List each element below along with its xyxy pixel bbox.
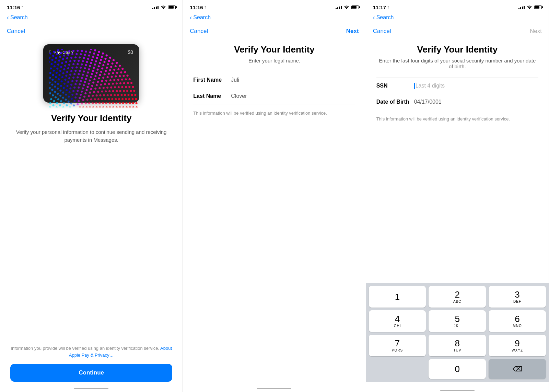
- numpad-key-2[interactable]: 2 ABC: [429, 286, 486, 308]
- svg-point-26: [62, 106, 65, 107]
- svg-point-141: [51, 83, 54, 85]
- svg-point-172: [62, 72, 65, 74]
- svg-point-121: [68, 77, 70, 79]
- status-time-1: 11:16 ↑: [7, 4, 23, 10]
- numpad-digit-5: 5: [455, 314, 460, 323]
- svg-point-22: [85, 102, 87, 104]
- svg-point-65: [89, 92, 91, 94]
- firstname-value[interactable]: Juli: [231, 77, 239, 83]
- next-btn-2[interactable]: Next: [346, 28, 359, 35]
- svg-point-222: [53, 70, 55, 72]
- svg-point-181: [98, 77, 100, 79]
- svg-point-369: [57, 49, 59, 51]
- svg-point-32: [80, 94, 82, 96]
- svg-point-197: [59, 70, 61, 72]
- numpad-key-9[interactable]: 9 WXYZ: [489, 335, 546, 356]
- back-search-3[interactable]: ‹ Search: [373, 14, 394, 21]
- svg-point-123: [77, 77, 79, 79]
- numpad-key-5[interactable]: 5 JKL: [429, 310, 486, 332]
- numpad-key-3[interactable]: 3 DEF: [489, 286, 546, 308]
- back-search-1[interactable]: ‹ Search: [7, 14, 28, 21]
- cancel-btn-2[interactable]: Cancel: [190, 28, 208, 35]
- ssn-input[interactable]: Last 4 digits: [414, 83, 445, 89]
- svg-point-31: [75, 93, 78, 95]
- svg-point-370: [61, 49, 63, 50]
- numpad-key-1[interactable]: 1: [369, 286, 426, 308]
- svg-point-315: [92, 56, 94, 58]
- numpad-key-4[interactable]: 4 GHI: [369, 310, 426, 332]
- svg-point-239: [114, 86, 116, 88]
- svg-point-232: [93, 67, 95, 69]
- svg-point-233: [97, 69, 99, 71]
- panel1-bottom: Information you provide will be verified…: [0, 345, 183, 382]
- svg-point-76: [59, 90, 61, 92]
- continue-button[interactable]: Continue: [10, 364, 172, 382]
- svg-point-388: [135, 98, 137, 100]
- svg-point-293: [115, 76, 117, 78]
- svg-point-79: [70, 84, 72, 86]
- svg-point-171: [58, 74, 60, 76]
- svg-point-28: [65, 99, 67, 101]
- svg-point-375: [106, 55, 108, 57]
- svg-point-203: [84, 67, 86, 69]
- svg-point-276: [51, 63, 53, 65]
- svg-point-185: [108, 90, 110, 92]
- svg-point-337: [56, 53, 58, 55]
- svg-point-77: [63, 87, 65, 89]
- svg-point-331: [132, 106, 135, 107]
- numpad-key-7[interactable]: 7 PQRS: [369, 335, 426, 356]
- nav-bar-1: ‹ Search: [0, 12, 183, 25]
- svg-point-225: [64, 65, 66, 67]
- svg-point-355: [122, 75, 125, 77]
- lastname-value[interactable]: Clover: [231, 93, 247, 99]
- back-search-2[interactable]: ‹ Search: [190, 14, 211, 21]
- svg-point-367: [49, 53, 51, 55]
- svg-point-128: [96, 84, 98, 86]
- svg-point-132: [104, 98, 106, 100]
- numpad-key-6[interactable]: 6 MNO: [489, 310, 546, 332]
- svg-point-295: [119, 82, 121, 84]
- svg-point-41: [62, 96, 64, 99]
- cancel-row-1: Cancel: [0, 25, 183, 37]
- svg-point-346: [93, 53, 95, 55]
- numpad-key-delete[interactable]: ⌫: [489, 359, 546, 379]
- svg-point-323: [119, 75, 121, 77]
- svg-point-12: [81, 103, 83, 105]
- svg-point-152: [93, 78, 95, 80]
- svg-point-291: [109, 69, 111, 71]
- numpad-key-8[interactable]: 8 TUV: [429, 335, 486, 356]
- svg-point-287: [95, 60, 97, 62]
- nav-actions-2: Cancel Next: [183, 25, 365, 37]
- svg-point-262: [105, 70, 107, 72]
- panel3-title: Verify Your Identity: [376, 44, 538, 55]
- svg-point-229: [81, 64, 83, 66]
- svg-point-131: [103, 94, 105, 96]
- svg-point-120: [65, 79, 67, 81]
- svg-point-74: [55, 96, 57, 98]
- svg-point-257: [86, 61, 88, 63]
- cancel-btn-3[interactable]: Cancel: [373, 28, 391, 35]
- svg-point-34: [86, 99, 89, 101]
- phone-panel-1: 11:16 ↑ ‹ Search Cancel: [0, 0, 183, 392]
- svg-point-72: [52, 104, 55, 106]
- nav-bar-3: ‹ Search: [366, 12, 549, 25]
- svg-point-350: [108, 60, 110, 62]
- svg-point-312: [80, 53, 82, 55]
- dob-value[interactable]: 04/17/0001: [414, 99, 442, 105]
- svg-point-372: [94, 49, 96, 51]
- svg-point-382: [127, 74, 129, 77]
- svg-point-211: [110, 87, 112, 89]
- cancel-btn-1[interactable]: Cancel: [7, 28, 25, 34]
- svg-point-349: [105, 58, 107, 60]
- svg-point-150: [86, 75, 88, 77]
- svg-point-115: [49, 92, 51, 94]
- svg-point-280: [66, 57, 68, 59]
- svg-point-297: [123, 90, 125, 92]
- numpad-key-0[interactable]: 0: [429, 359, 486, 379]
- svg-point-117: [54, 85, 56, 88]
- svg-point-179: [91, 73, 93, 75]
- svg-point-319: [107, 63, 109, 65]
- svg-point-199: [67, 67, 69, 69]
- svg-point-210: [108, 83, 110, 85]
- svg-point-68: [95, 102, 97, 104]
